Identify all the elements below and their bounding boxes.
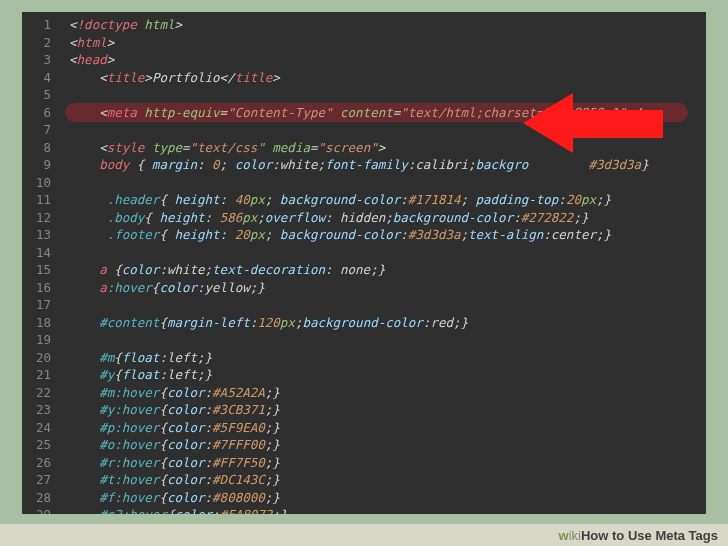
line-number: 7 xyxy=(36,121,51,139)
code-line[interactable]: #m{float:left;} xyxy=(69,349,698,367)
code-line[interactable] xyxy=(69,244,698,262)
line-number: 11 xyxy=(36,191,51,209)
code-line[interactable]: #o:hover{color:#7FFF00;} xyxy=(69,436,698,454)
code-line[interactable]: a {color:white;text-decoration: none;} xyxy=(69,261,698,279)
code-line[interactable]: <meta http-equiv="Content-Type" content=… xyxy=(69,104,698,122)
line-number: 18 xyxy=(36,314,51,332)
brand-iki: iki xyxy=(569,528,581,543)
line-number: 14 xyxy=(36,244,51,262)
line-number: 26 xyxy=(36,454,51,472)
line-number: 16 xyxy=(36,279,51,297)
code-line[interactable]: <style type="text/css" media="screen"> xyxy=(69,139,698,157)
line-number: 27 xyxy=(36,471,51,489)
line-number: 12 xyxy=(36,209,51,227)
code-line[interactable]: #t:hover{color:#DC143C;} xyxy=(69,471,698,489)
line-number: 28 xyxy=(36,489,51,507)
line-number: 5 xyxy=(36,86,51,104)
line-number: 20 xyxy=(36,349,51,367)
code-line[interactable]: #y:hover{color:#3CB371;} xyxy=(69,401,698,419)
code-line[interactable] xyxy=(69,296,698,314)
code-line[interactable]: <!doctype html> xyxy=(69,16,698,34)
line-number: 25 xyxy=(36,436,51,454)
line-number: 9 xyxy=(36,156,51,174)
line-gutter: 1234567891011121314151617181920212223242… xyxy=(22,12,61,514)
line-number: 2 xyxy=(36,34,51,52)
code-line[interactable]: .body{ height: 586px;overflow: hidden;ba… xyxy=(69,209,698,227)
code-line[interactable]: <title>Portfolio</title> xyxy=(69,69,698,87)
code-line[interactable]: #p:hover{color:#5F9EA0;} xyxy=(69,419,698,437)
line-number: 8 xyxy=(36,139,51,157)
code-line[interactable] xyxy=(69,174,698,192)
line-number: 13 xyxy=(36,226,51,244)
line-number: 4 xyxy=(36,69,51,87)
code-line[interactable]: #f:hover{color:#808000;} xyxy=(69,489,698,507)
line-number: 17 xyxy=(36,296,51,314)
footer-bar: wikiHow to Use Meta Tags xyxy=(0,524,728,546)
code-line[interactable] xyxy=(69,121,698,139)
code-line[interactable]: #y{float:left;} xyxy=(69,366,698,384)
code-line[interactable]: body { margin: 0; color:white;font-famil… xyxy=(69,156,698,174)
line-number: 15 xyxy=(36,261,51,279)
code-line[interactable]: #content{margin-left:120px;background-co… xyxy=(69,314,698,332)
line-number: 10 xyxy=(36,174,51,192)
code-line[interactable] xyxy=(69,86,698,104)
brand-w: w xyxy=(559,528,569,543)
code-line[interactable]: <html> xyxy=(69,34,698,52)
code-line[interactable]: #r:hover{color:#FF7F50;} xyxy=(69,454,698,472)
code-line[interactable] xyxy=(69,331,698,349)
code-line[interactable]: a:hover{color:yellow;} xyxy=(69,279,698,297)
line-number: 19 xyxy=(36,331,51,349)
line-number: 21 xyxy=(36,366,51,384)
code-editor[interactable]: 1234567891011121314151617181920212223242… xyxy=(22,12,706,514)
line-number: 3 xyxy=(36,51,51,69)
line-number: 23 xyxy=(36,401,51,419)
line-number: 24 xyxy=(36,419,51,437)
code-line[interactable]: .footer{ height: 20px; background-color:… xyxy=(69,226,698,244)
line-number: 29 xyxy=(36,506,51,514)
line-number: 1 xyxy=(36,16,51,34)
code-line[interactable]: #o2:hover{color:#FA8072;} xyxy=(69,506,698,514)
line-number: 6 xyxy=(36,104,51,122)
line-number: 22 xyxy=(36,384,51,402)
footer-title: How to Use Meta Tags xyxy=(581,528,718,543)
code-line[interactable]: .header{ height: 40px; background-color:… xyxy=(69,191,698,209)
code-area[interactable]: <!doctype html><html><head> <title>Portf… xyxy=(61,12,706,514)
code-line[interactable]: <head> xyxy=(69,51,698,69)
code-line[interactable]: #m:hover{color:#A52A2A;} xyxy=(69,384,698,402)
